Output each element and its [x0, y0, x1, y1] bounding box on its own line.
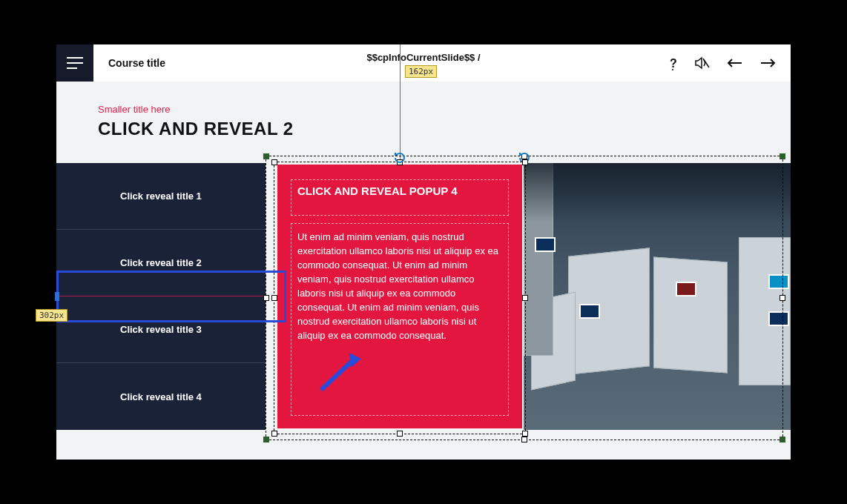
mute-icon[interactable] [694, 56, 711, 70]
svg-line-2 [703, 59, 709, 67]
rotate-handle-icon[interactable] [518, 151, 530, 163]
popup-title-container: CLICK AND REVEAL POPUP 4 [291, 179, 509, 216]
svg-text:?: ? [670, 57, 677, 70]
distance-badge-top: 162px [405, 65, 437, 78]
sidebar-item-label: Click reveal title 2 [120, 257, 202, 268]
distance-badge-left: 302px [36, 309, 67, 322]
sidebar-item[interactable]: Click reveal title 3 [56, 296, 266, 363]
sidebar-item[interactable]: Click reveal title 1 [56, 163, 266, 230]
sidebar-item[interactable]: Click reveal title 2 [56, 230, 266, 296]
slide-canvas: Course title $$cpInfoCurrentSlide$$ / $ … [56, 44, 791, 460]
sidebar-item-label: Click reveal title 1 [120, 190, 202, 202]
popup-body-container: Ut enim ad minim veniam, quis nostrud ex… [291, 223, 509, 416]
help-icon[interactable]: ? [668, 56, 678, 70]
click-reveal-sidebar: Click reveal title 1 Click reveal title … [56, 163, 266, 430]
svg-point-1 [672, 69, 673, 70]
sidebar-item-label: Click reveal title 4 [120, 391, 202, 402]
prev-arrow-icon[interactable] [727, 58, 743, 68]
page-title: CLICK AND REVEAL 2 [98, 119, 294, 139]
next-arrow-icon[interactable] [759, 58, 776, 68]
sidebar-item-label: Click reveal title 3 [120, 324, 202, 335]
popup-body: Ut enim ad minim veniam, quis nostrud ex… [297, 230, 502, 342]
menu-button[interactable] [56, 44, 93, 82]
hero-image [524, 163, 791, 430]
sidebar-item[interactable]: Click reveal title 4 [56, 363, 266, 430]
reveal-popup[interactable]: CLICK AND REVEAL POPUP 4 Ut enim ad mini… [277, 165, 522, 428]
subtitle: Smaller title here [98, 104, 171, 115]
course-title: Course title [108, 57, 165, 69]
rotate-handle-icon[interactable] [393, 151, 405, 163]
popup-title: CLICK AND REVEAL POPUP 4 [297, 185, 502, 197]
topbar-icons: ? [668, 44, 776, 82]
